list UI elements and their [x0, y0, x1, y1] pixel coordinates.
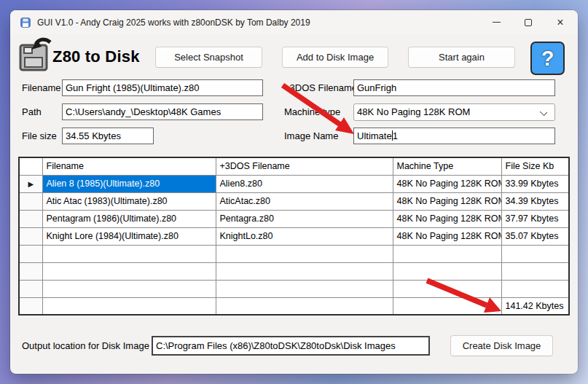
- minimize-icon: [493, 22, 501, 23]
- table-empty-row: [19, 280, 569, 297]
- help-button[interactable]: ?: [530, 42, 565, 75]
- table-row: Knight Lore (1984)(Ultimate).z80 KnightL…: [19, 227, 569, 245]
- cell-file-size[interactable]: 33.99 Kbytes: [501, 175, 569, 192]
- window-controls: ×: [480, 10, 576, 34]
- table-empty-row: [19, 245, 569, 262]
- cell-machine-type[interactable]: 48K No Paging 128K ROM: [393, 227, 501, 245]
- row-indicator-cell[interactable]: [19, 227, 42, 245]
- cell-machine-type[interactable]: 48K No Paging 128K ROM: [393, 192, 501, 210]
- minimize-button[interactable]: [480, 10, 512, 34]
- table-row: ▶ Alien 8 (1985)(Ultimate).z80 Alien8.z8…: [19, 175, 569, 192]
- row-indicator-cell[interactable]: [19, 192, 42, 210]
- path-input[interactable]: C:\Users\andy_\Desktop\48K Games: [62, 103, 263, 120]
- image-name-input[interactable]: Ultimate1: [353, 128, 555, 144]
- image-name-label: Image Name: [284, 128, 338, 144]
- cell-filename[interactable]: Atic Atac (1983)(Ultimate).z80: [42, 192, 216, 210]
- add-to-disk-image-button[interactable]: Add to Disk Image: [282, 47, 388, 68]
- cell-filename[interactable]: Pentagram (1986)(Ultimate).z80: [42, 210, 216, 227]
- question-mark-icon: ?: [541, 48, 554, 69]
- table-header-row: Filename +3DOS Filename Machine Type Fil…: [19, 157, 569, 175]
- current-row-indicator-icon: ▶: [28, 180, 34, 188]
- dos-filename-label: +3DOS Filename: [284, 79, 357, 96]
- dos-filename-input[interactable]: GunFrigh: [353, 79, 555, 96]
- cell-file-size[interactable]: 37.97 Kbytes: [501, 210, 569, 227]
- maximize-button[interactable]: [512, 10, 544, 34]
- image-name-value-after-caret: 1: [393, 130, 398, 141]
- cell-dos-filename[interactable]: KnightLo.z80: [216, 227, 393, 245]
- cell-dos-filename[interactable]: Pentagra.z80: [216, 210, 393, 227]
- output-location-input[interactable]: C:\Program Files (x86)\Z80toDSK\Z80toDsk…: [152, 336, 430, 356]
- create-disk-image-button[interactable]: Create Disk Image: [450, 335, 553, 356]
- cell-filename[interactable]: Knight Lore (1984)(Ultimate).z80: [42, 227, 216, 245]
- row-indicator-cell[interactable]: ▶: [19, 175, 42, 192]
- floppy-app-icon: [20, 17, 31, 28]
- machine-type-select[interactable]: 48K No Paging 128K ROM: [353, 103, 555, 121]
- table-empty-row: [19, 262, 569, 280]
- cell-dos-filename[interactable]: Alien8.z80: [216, 175, 393, 192]
- cell-file-size[interactable]: 34.39 Kbytes: [501, 192, 569, 210]
- title-bar: GUI V1.0 - Andy Craig 2025 works with z8…: [10, 10, 578, 34]
- select-snapshot-button[interactable]: Select Snapshot: [155, 47, 262, 68]
- table-row: Atic Atac (1983)(Ultimate).z80 AticAtac.…: [19, 192, 569, 210]
- chevron-down-icon: [540, 109, 547, 116]
- desktop-background: GUI V1.0 - Andy Craig 2025 works with z8…: [0, 0, 588, 384]
- col-header-file-size[interactable]: File Size Kb: [501, 157, 569, 175]
- machine-type-label: Machine type: [284, 103, 340, 120]
- start-again-button[interactable]: Start again: [408, 47, 515, 68]
- snapshot-table: Filename +3DOS Filename Machine Type Fil…: [18, 157, 570, 316]
- close-icon: ×: [557, 17, 563, 28]
- cell-filename[interactable]: Alien 8 (1985)(Ultimate).z80: [42, 175, 216, 192]
- image-name-value-before-caret: Ultimate: [357, 130, 392, 141]
- table-total-row: 141.42 Kbytes: [19, 297, 569, 315]
- page-title: Z80 to Disk: [52, 47, 140, 66]
- app-window: GUI V1.0 - Andy Craig 2025 works with z8…: [10, 10, 578, 374]
- filename-input[interactable]: Gun Fright (1985)(Ultimate).z80: [62, 79, 263, 96]
- file-size-label: File size: [22, 128, 57, 144]
- path-label: Path: [22, 103, 42, 120]
- window-title: GUI V1.0 - Andy Craig 2025 works with z8…: [37, 17, 310, 28]
- machine-type-value: 48K No Paging 128K ROM: [357, 106, 470, 117]
- row-header-corner: [19, 157, 42, 175]
- close-button[interactable]: ×: [544, 10, 576, 34]
- table-row: Pentagram (1986)(Ultimate).z80 Pentagra.…: [19, 210, 569, 227]
- col-header-machine-type[interactable]: Machine Type: [393, 157, 501, 175]
- filename-label: Filename: [22, 79, 60, 96]
- row-indicator-cell[interactable]: [19, 210, 42, 227]
- file-size-input[interactable]: 34.55 Kbytes: [62, 128, 154, 144]
- total-file-size: 141.42 Kbytes: [501, 297, 569, 315]
- cell-dos-filename[interactable]: AticAtac.z80: [216, 192, 393, 210]
- cell-file-size[interactable]: 35.07 Kbytes: [501, 227, 569, 245]
- maximize-icon: [525, 19, 532, 26]
- output-location-label: Output location for Disk Image: [22, 336, 149, 356]
- cell-machine-type[interactable]: 48K No Paging 128K ROM: [393, 210, 501, 227]
- col-header-dos-filename[interactable]: +3DOS Filename: [216, 157, 393, 175]
- floppy-disk-logo-icon: [17, 37, 52, 72]
- cell-machine-type[interactable]: 48K No Paging 128K ROM: [393, 175, 501, 192]
- col-header-filename[interactable]: Filename: [42, 157, 216, 175]
